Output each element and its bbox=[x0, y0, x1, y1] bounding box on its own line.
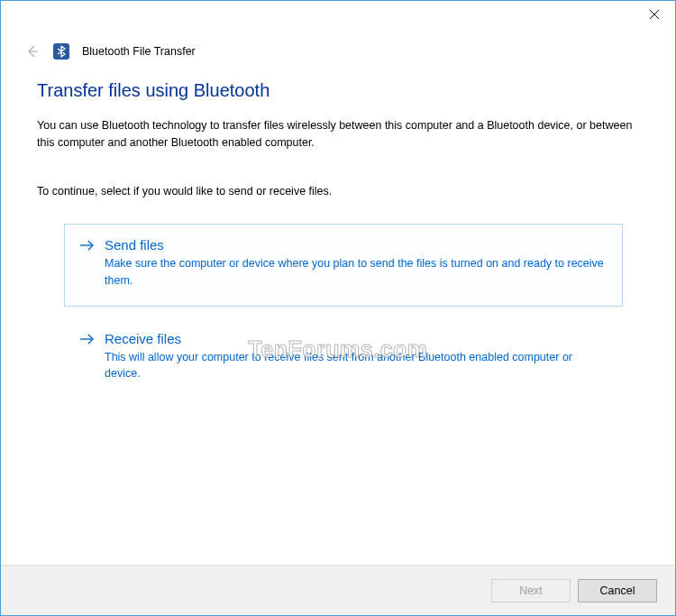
cancel-button[interactable]: Cancel bbox=[578, 579, 657, 602]
next-button[interactable]: Next bbox=[491, 579, 571, 602]
option-title: Receive files bbox=[105, 331, 606, 346]
back-arrow-icon bbox=[23, 43, 40, 60]
close-button[interactable] bbox=[634, 1, 675, 28]
footer-bar: Next Cancel bbox=[1, 565, 675, 615]
titlebar bbox=[1, 1, 675, 32]
option-title: Send files bbox=[105, 237, 606, 253]
page-heading: Transfer files using Bluetooth bbox=[37, 80, 639, 101]
options-list: Send files Make sure the computer or dev… bbox=[37, 224, 639, 400]
back-button[interactable] bbox=[23, 42, 41, 60]
arrow-right-icon bbox=[79, 333, 96, 383]
option-send-files[interactable]: Send files Make sure the computer or dev… bbox=[64, 224, 623, 307]
arrow-right-icon bbox=[79, 239, 96, 290]
option-description: This will allow your computer to receive… bbox=[105, 349, 606, 383]
close-icon bbox=[650, 10, 659, 19]
window-title: Bluetooth File Transfer bbox=[82, 45, 196, 58]
bluetooth-icon bbox=[53, 43, 69, 60]
option-description: Make sure the computer or device where y… bbox=[105, 255, 606, 290]
header-row: Bluetooth File Transfer bbox=[1, 42, 675, 60]
option-receive-files[interactable]: Receive files This will allow your compu… bbox=[64, 317, 623, 400]
content-area: Transfer files using Bluetooth You can u… bbox=[1, 60, 675, 400]
page-description: You can use Bluetooth technology to tran… bbox=[37, 117, 639, 152]
page-instruction: To continue, select if you would like to… bbox=[37, 183, 639, 200]
